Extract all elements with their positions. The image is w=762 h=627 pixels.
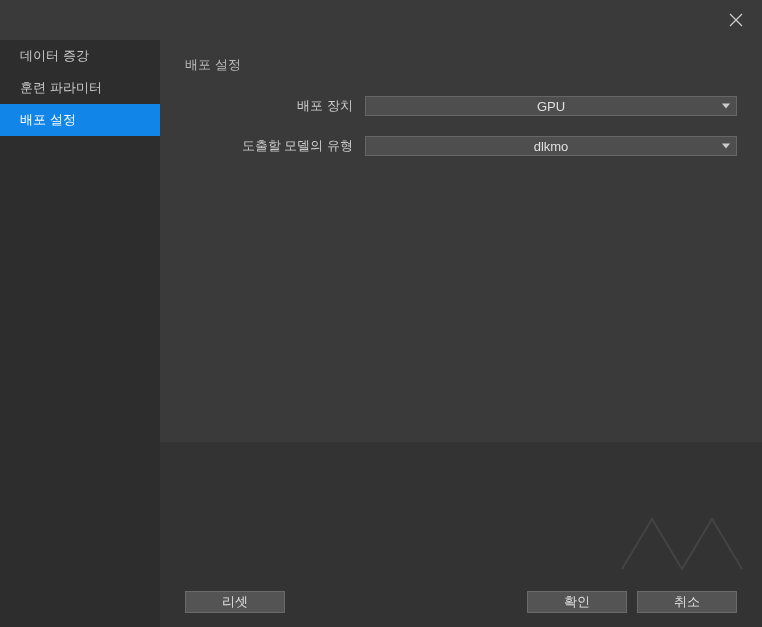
footer: 리셋 확인 취소	[160, 442, 762, 627]
reset-button[interactable]: 리셋	[185, 591, 285, 613]
confirm-button[interactable]: 확인	[527, 591, 627, 613]
dropdown-value: dlkmo	[534, 139, 569, 154]
button-label: 확인	[564, 593, 590, 611]
close-button[interactable]	[728, 12, 744, 28]
chevron-down-icon	[722, 144, 730, 149]
chevron-down-icon	[722, 104, 730, 109]
dropdown-model-type[interactable]: dlkmo	[365, 136, 737, 156]
sidebar-item-label: 배포 설정	[20, 111, 76, 129]
form-row-model-type: 도출할 모델의 유형 dlkmo	[185, 136, 737, 156]
titlebar	[0, 0, 762, 40]
label-device: 배포 장치	[185, 97, 365, 115]
close-icon	[728, 12, 744, 28]
sidebar-item-training-parameters[interactable]: 훈련 파라미터	[0, 72, 160, 104]
form-row-device: 배포 장치 GPU	[185, 96, 737, 116]
dropdown-value: GPU	[537, 99, 565, 114]
form-area: 배포 설정 배포 장치 GPU 도출할 모델의 유형 dlkmo	[160, 40, 762, 442]
sidebar-item-deployment-settings[interactable]: 배포 설정	[0, 104, 160, 136]
sidebar: 데이터 증강 훈련 파라미터 배포 설정	[0, 40, 160, 627]
button-label: 리셋	[222, 593, 248, 611]
section-title: 배포 설정	[185, 56, 737, 74]
sidebar-item-label: 훈련 파라미터	[20, 79, 102, 97]
label-model-type: 도출할 모델의 유형	[185, 137, 365, 155]
main-panel: 배포 설정 배포 장치 GPU 도출할 모델의 유형 dlkmo	[160, 40, 762, 627]
sidebar-item-data-augmentation[interactable]: 데이터 증강	[0, 40, 160, 72]
sidebar-item-label: 데이터 증강	[20, 47, 89, 65]
watermark-logo	[612, 509, 762, 592]
button-label: 취소	[674, 593, 700, 611]
dropdown-device[interactable]: GPU	[365, 96, 737, 116]
cancel-button[interactable]: 취소	[637, 591, 737, 613]
